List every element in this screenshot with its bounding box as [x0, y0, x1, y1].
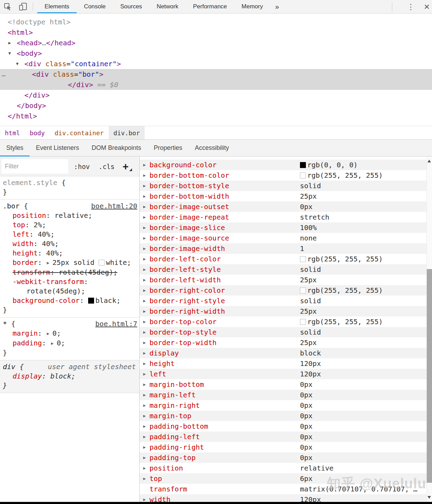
- expand-arrow-icon[interactable]: ▶: [143, 288, 149, 293]
- tab-properties[interactable]: Properties: [147, 140, 188, 156]
- expand-arrow-icon[interactable]: ▶: [143, 497, 149, 502]
- expand-arrow-icon[interactable]: ▶: [51, 341, 53, 346]
- style-property[interactable]: top: 2%;: [0, 220, 139, 230]
- style-property[interactable]: width: 40%;: [0, 239, 139, 249]
- style-property[interactable]: margin: ▶0;: [0, 329, 139, 338]
- twisty-right-icon[interactable]: ▶: [8, 38, 14, 48]
- computed-property-row[interactable]: ▶positionrelative: [140, 463, 426, 473]
- expand-arrow-icon[interactable]: ▶: [143, 215, 149, 220]
- expand-arrow-icon[interactable]: ▶: [143, 434, 149, 439]
- expand-arrow-icon[interactable]: ▶: [143, 403, 149, 408]
- computed-property-row[interactable]: ▶width120px: [140, 494, 426, 502]
- pseudo-state-toggle[interactable]: :hov: [74, 156, 90, 176]
- expand-arrow-icon[interactable]: ▶: [143, 246, 149, 251]
- dom-tree-node[interactable]: ▶<head>…</head>: [0, 38, 432, 48]
- dom-tree-node[interactable]: ▼<div class="container">: [0, 59, 432, 69]
- expand-arrow-icon[interactable]: ▶: [143, 298, 149, 303]
- rule-selector[interactable]: div: [3, 362, 15, 371]
- scrollbar[interactable]: [426, 156, 432, 502]
- expand-arrow-icon[interactable]: ▶: [143, 351, 149, 356]
- dom-tree-node[interactable]: </body>: [0, 100, 432, 111]
- expand-arrow-icon[interactable]: ▶: [143, 455, 149, 460]
- scroll-down-arrow-icon[interactable]: [427, 496, 431, 499]
- scrollbar-thumb[interactable]: [427, 269, 432, 483]
- expand-arrow-icon[interactable]: ▶: [143, 319, 149, 324]
- twisty-down-icon[interactable]: ▼: [16, 59, 22, 69]
- style-property[interactable]: transform: rotate(45deg);: [0, 268, 139, 277]
- rule-header[interactable]: * {boe.html:7: [0, 319, 139, 329]
- scroll-up-arrow-icon[interactable]: [427, 160, 431, 162]
- expand-arrow-icon[interactable]: ▶: [143, 392, 149, 397]
- node-menu-dots-icon[interactable]: …: [2, 69, 6, 79]
- tab-console[interactable]: Console: [77, 0, 113, 13]
- style-property[interactable]: position: relative;: [0, 211, 139, 220]
- computed-property-row[interactable]: ▶border-right-colorrgb(255, 255, 255): [140, 285, 426, 296]
- expand-arrow-icon[interactable]: ▶: [143, 162, 149, 167]
- computed-property-row[interactable]: ▶height120px: [140, 358, 426, 369]
- tab-event-listeners[interactable]: Event Listeners: [30, 140, 85, 156]
- expand-arrow-icon[interactable]: ▶: [143, 204, 149, 209]
- computed-property-row[interactable]: ▶border-image-width1: [140, 243, 426, 254]
- computed-property-row[interactable]: ▶border-left-stylesolid: [140, 264, 426, 275]
- computed-property-row[interactable]: ▶border-left-colorrgb(255, 255, 255): [140, 254, 426, 264]
- computed-property-row[interactable]: ▶border-image-slice100%: [140, 222, 426, 233]
- computed-property-row[interactable]: ▶padding-left0px: [140, 432, 426, 442]
- tab-network[interactable]: Network: [149, 0, 186, 13]
- color-swatch[interactable]: [300, 173, 306, 178]
- computed-property-row[interactable]: ▶border-top-colorrgb(255, 255, 255): [140, 316, 426, 327]
- style-property[interactable]: -webkit-transform:: [0, 277, 139, 287]
- breadcrumb-item-html[interactable]: html: [0, 126, 25, 139]
- rule-selector[interactable]: *: [3, 320, 7, 328]
- expand-arrow-icon[interactable]: ▶: [143, 466, 149, 471]
- expand-arrow-icon[interactable]: ▶: [143, 340, 149, 345]
- computed-property-row[interactable]: ▶left120px: [140, 369, 426, 379]
- tab-elements[interactable]: Elements: [37, 0, 77, 13]
- expand-arrow-icon[interactable]: ▶: [143, 267, 149, 272]
- style-property[interactable]: border: ▶25px solid white;: [0, 258, 139, 268]
- computed-property-row[interactable]: ▶border-right-width25px: [140, 306, 426, 316]
- expand-arrow-icon[interactable]: ▶: [143, 309, 149, 314]
- style-property[interactable]: left: 40%;: [0, 230, 139, 239]
- expand-arrow-icon[interactable]: ▶: [143, 194, 149, 199]
- rule-header[interactable]: .bor {boe.html:20: [0, 201, 139, 211]
- filter-input[interactable]: [1, 159, 68, 174]
- computed-property-row[interactable]: ▶border-bottom-stylesolid: [140, 181, 426, 191]
- rule-selector[interactable]: element.style: [3, 178, 57, 187]
- computed-property-row[interactable]: ▶background-colorrgb(0, 0, 0): [140, 160, 426, 170]
- dom-tree-node[interactable]: ▼<body>: [0, 48, 432, 59]
- computed-property-row[interactable]: ▶border-top-width25px: [140, 337, 426, 348]
- computed-property-row[interactable]: ▶padding-top0px: [140, 452, 426, 463]
- computed-property-row[interactable]: ▶border-image-sourcenone: [140, 233, 426, 243]
- computed-property-row[interactable]: ▶margin-top0px: [140, 411, 426, 421]
- style-property[interactable]: height: 40%;: [0, 249, 139, 258]
- tab-sources[interactable]: Sources: [113, 0, 149, 13]
- dom-tree-node[interactable]: <html>: [0, 27, 432, 38]
- computed-property-row[interactable]: ▶displayblock: [140, 348, 426, 358]
- expand-arrow-icon[interactable]: ▶: [143, 330, 149, 335]
- computed-property-row[interactable]: ▶margin-bottom0px: [140, 379, 426, 390]
- rule-header[interactable]: element.style {: [0, 178, 139, 188]
- breadcrumb-item-body[interactable]: body: [25, 126, 49, 139]
- computed-property-row[interactable]: ▶border-bottom-colorrgb(255, 255, 255): [140, 170, 426, 181]
- expand-arrow-icon[interactable]: ▶: [143, 173, 149, 178]
- style-property-value[interactable]: rotate(45deg);: [0, 287, 139, 296]
- tab-dom-breakpoints[interactable]: DOM Breakpoints: [85, 140, 147, 156]
- computed-property-row[interactable]: ▶padding-bottom0px: [140, 421, 426, 432]
- inspect-element-icon[interactable]: [0, 0, 15, 13]
- stylesheet-source-link[interactable]: boe.html:7: [95, 319, 137, 329]
- new-style-rule-button[interactable]: +: [123, 156, 129, 176]
- style-property[interactable]: display: block;: [0, 372, 139, 381]
- stylesheet-source-link[interactable]: boe.html:20: [91, 201, 137, 211]
- color-swatch[interactable]: [300, 256, 306, 262]
- computed-property-row[interactable]: ▶padding-right0px: [140, 442, 426, 452]
- kebab-menu-icon[interactable]: ⋮: [406, 0, 416, 14]
- expand-arrow-icon[interactable]: ▶: [143, 476, 149, 481]
- expand-arrow-icon[interactable]: ▶: [143, 183, 149, 188]
- dom-tree-node[interactable]: </div> == $0: [0, 79, 432, 90]
- color-swatch[interactable]: [88, 298, 94, 304]
- rule-selector[interactable]: .bor: [3, 202, 20, 210]
- color-swatch[interactable]: [300, 162, 306, 168]
- dom-tree-node[interactable]: </html>: [0, 111, 432, 121]
- computed-property-row[interactable]: ▶border-bottom-width25px: [140, 191, 426, 201]
- expand-arrow-icon[interactable]: ▶: [143, 413, 149, 418]
